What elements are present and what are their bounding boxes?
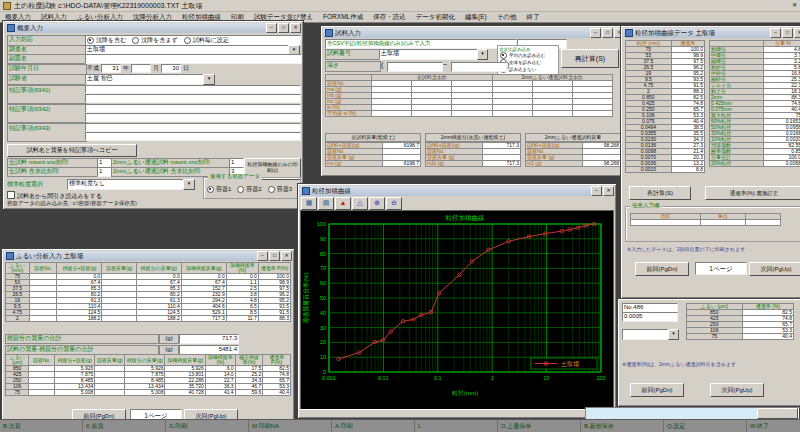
close-icon[interactable]: ✕ [603,186,614,196]
radio-option[interactable]: 沈降を含まず [132,37,177,44]
function-key[interactable]: K.前頁 [83,420,166,432]
recalc-button[interactable]: 再計算(S) [561,49,619,68]
prev-page-button[interactable]: 前回(PgDn) [635,262,689,276]
radio-option[interactable]: 容器3 [268,185,292,194]
function-key[interactable]: M.印刷NA [249,420,332,432]
minimize-icon[interactable]: – [770,28,781,38]
menu-item[interactable]: 保存・読込 [368,12,411,22]
table-cell[interactable] [412,111,452,117]
radio-option[interactable]: 平均のみ読み込む [500,52,558,59]
radio-option[interactable]: 試料毎に設定 [184,37,229,44]
radio-icon[interactable] [500,52,507,59]
chevron-down-icon[interactable]: ▾ [668,329,679,340]
minimize-icon[interactable]: – [266,23,277,33]
function-key[interactable]: G.印刷 [166,420,249,432]
day-input[interactable]: 30 [161,64,181,73]
menu-item[interactable]: 編集(E) [460,12,492,22]
minimize-icon[interactable]: – [590,28,601,38]
close-icon[interactable]: ✕ [290,23,301,33]
menu-item[interactable]: その他 [492,12,522,22]
chart-titlebar[interactable]: 粒径加積曲線 – ✕ [300,186,614,196]
depth-from-input[interactable] [387,62,443,72]
app-close-icon[interactable]: ✕ [789,0,800,11]
next-page-button[interactable]: 次回(PgUp) [749,262,800,276]
radio-icon[interactable] [132,37,139,44]
gaiyou-titlebar[interactable]: 概要入力 – □ ✕ [5,23,301,33]
chevron-down-icon[interactable]: ▾ [183,179,195,190]
table-cell[interactable] [746,220,781,226]
radio-option[interactable]: 沈降を含む [87,37,126,44]
function-key[interactable]: A.印刷 [332,420,415,432]
radio-icon[interactable] [87,37,94,44]
note-input[interactable] [85,113,301,122]
stamp-value[interactable]: 1 [97,167,112,177]
mass-value[interactable]: 98.268 [582,161,620,167]
table-cell[interactable]: 88.3 [258,316,290,322]
table-cell[interactable]: 5.008 [54,390,94,396]
table-icon[interactable]: ▤ [318,197,334,210]
table-cell[interactable] [102,316,136,322]
marker-icon[interactable]: △ [352,197,368,210]
rewrite-pass-button[interactable]: 通過率(%) 書換訂正 [705,186,800,200]
checkbox-icon[interactable] [7,191,15,199]
minimize-icon[interactable]: – [591,186,602,196]
total-value[interactable]: 717.3 [179,334,239,344]
zoom-in-icon[interactable]: ⊕ [369,197,385,210]
table-cell[interactable] [532,111,572,117]
radio-icon[interactable] [268,186,275,193]
function-key[interactable]: W.終了 [747,420,800,432]
function-key[interactable]: B.次頁 [0,420,83,432]
function-key[interactable]: Q.設定 [664,420,747,432]
table-cell[interactable]: 8.8 [671,167,704,173]
menu-item[interactable]: データ初期化 [411,12,460,22]
maximize-icon[interactable]: □ [269,251,280,261]
table-cell[interactable] [492,111,532,117]
next-page-button[interactable]: 次回(PgUp) [710,383,764,397]
mass-value[interactable]: 717.3 [482,161,520,167]
table-cell[interactable]: 59.6 [235,390,263,396]
note-input[interactable] [85,85,301,94]
chevron-down-icon[interactable]: ▾ [477,49,488,60]
std-grading-select[interactable]: 標準粒度なし [67,179,187,190]
menu-item[interactable]: FORXML作成 [318,12,368,22]
radio-option[interactable]: 容器2 [237,185,261,194]
value-field[interactable]: 0.0005 [622,312,678,322]
copy-to-notes-button[interactable]: 試料名と質量を特記事項へコピー [7,144,137,157]
zoom-out-icon[interactable]: ⊖ [386,197,402,210]
table-cell[interactable]: 5.008 [125,390,165,396]
minimize-icon[interactable]: – [257,251,268,261]
chevron-down-icon[interactable]: ▾ [203,74,215,85]
tester-input[interactable]: 土屋 智巳 [85,74,207,85]
note-input[interactable] [85,123,301,132]
note-input[interactable] [85,94,301,103]
prev-page-button[interactable]: 前回(PgDn) [630,383,684,397]
furui-titlebar[interactable]: ふるい分析入力 土取場 – □ ✕ [4,251,292,261]
close-icon[interactable]: ✕ [281,251,292,261]
table-cell[interactable] [572,111,612,117]
depth-to-input[interactable] [451,62,507,72]
radio-icon[interactable] [184,37,191,44]
table-cell[interactable]: 0.0068 [763,161,800,167]
mass-value[interactable]: 6198.7 [382,161,420,167]
radio-option[interactable]: 容器1 [207,185,231,194]
curve-data-titlebar[interactable]: 粒径加積曲線データ 土取場 – □ ✕ [623,28,800,38]
menu-item[interactable]: 終了 [521,12,544,22]
table-cell[interactable]: 11.7 [226,316,258,322]
recalc-button[interactable]: 再計算(S) [629,186,691,200]
table-cell[interactable]: 188.2 [57,316,102,322]
overlay-icon[interactable]: ▲ [335,197,351,210]
table-cell[interactable]: 40.4 [263,390,291,396]
table-cell[interactable]: 40.728 [165,390,205,396]
table-cell[interactable]: 41.4 [205,390,235,396]
table-cell[interactable]: 717.3 [181,316,226,322]
maximize-icon[interactable]: □ [782,28,793,38]
function-key[interactable]: B.新規保存 [581,420,664,432]
note-input[interactable] [85,104,301,113]
select-field[interactable] [622,329,672,340]
table-cell[interactable]: 40.4 [742,334,793,340]
table-cell[interactable] [452,111,492,117]
table-cell[interactable]: 188.2 [136,316,181,322]
statusbar-button[interactable] [757,408,798,419]
table-cell[interactable] [701,220,746,226]
function-key[interactable]: L [415,420,498,432]
